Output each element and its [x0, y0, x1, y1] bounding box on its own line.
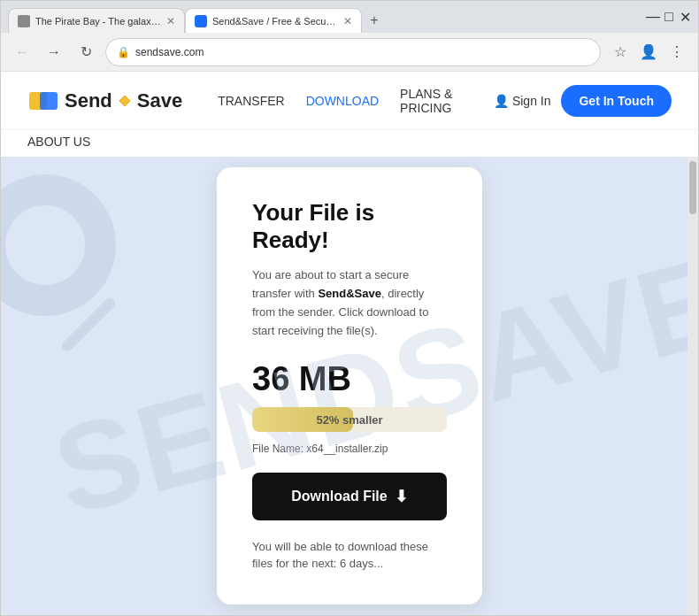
file-size: 36 MB — [252, 360, 447, 398]
logo-send: Send — [65, 89, 112, 112]
browser-toolbar: ← → ↻ 🔒 sendsave.com ☆ 👤 ⋮ — [1, 33, 698, 72]
window-controls: — □ ✕ — [647, 11, 691, 23]
card-title: Your File is Ready! — [252, 199, 447, 254]
progress-bar-container: 52% smaller — [252, 407, 447, 432]
menu-button[interactable]: ⋮ — [664, 40, 689, 65]
card-description: You are about to start a secure transfer… — [252, 266, 447, 340]
tab-sendsave[interactable]: Send&Save / Free & Secure Fi... ✕ — [185, 8, 362, 33]
sign-in-button[interactable]: 👤 Sign In — [494, 94, 551, 108]
content-area: SENDSAVE Your File is Ready! You are abo… — [1, 157, 698, 615]
browser-scrollbar[interactable] — [687, 157, 698, 615]
user-icon: 👤 — [494, 94, 509, 108]
tab-bar: The Pirate Bay - The galaxy's m... ✕ Sen… — [8, 1, 387, 33]
address-bar[interactable]: 🔒 sendsave.com — [105, 38, 601, 66]
nav-link-download[interactable]: DOWNLOAD — [306, 90, 379, 112]
brand-name: Send&Save — [318, 287, 381, 300]
nav-link-about[interactable]: ABOUT US — [27, 131, 90, 152]
maximize-button[interactable]: □ — [663, 11, 675, 23]
nav-links: TRANSFER DOWNLOAD PLANS & PRICING — [218, 83, 467, 119]
tab-label-1: The Pirate Bay - The galaxy's m... — [35, 16, 161, 27]
lock-icon: 🔒 — [117, 46, 130, 58]
browser-titlebar: The Pirate Bay - The galaxy's m... ✕ Sen… — [1, 1, 698, 33]
logo[interactable]: Send Save — [27, 85, 182, 117]
progress-label: 52% smaller — [316, 412, 382, 426]
download-card: Your File is Ready! You are about to sta… — [217, 167, 482, 604]
navbar-row2: ABOUT US — [1, 129, 698, 157]
tab-close-1[interactable]: ✕ — [166, 15, 175, 27]
profile-button[interactable]: 👤 — [636, 40, 661, 65]
sign-in-label: Sign In — [512, 94, 551, 108]
tab-favicon-2 — [195, 15, 207, 27]
tab-label-2: Send&Save / Free & Secure Fi... — [212, 16, 338, 27]
scrollbar-thumb[interactable] — [689, 161, 696, 214]
nav-right: 👤 Sign In Get In Touch — [494, 85, 672, 117]
file-name: File Name: x64__installer.zip — [252, 443, 447, 455]
address-text: sendsave.com — [135, 46, 589, 58]
nav-link-plans[interactable]: PLANS & PRICING — [400, 83, 467, 119]
toolbar-actions: ☆ 👤 ⋮ — [608, 40, 689, 65]
logo-save: Save — [137, 89, 182, 112]
new-tab-button[interactable]: + — [362, 8, 387, 33]
tab-close-2[interactable]: ✕ — [343, 15, 352, 27]
nav-link-transfer[interactable]: TRANSFER — [218, 90, 284, 112]
bookmark-button[interactable]: ☆ — [608, 40, 633, 65]
reload-button[interactable]: ↻ — [73, 40, 98, 65]
tab-piratebay[interactable]: The Pirate Bay - The galaxy's m... ✕ — [8, 8, 185, 33]
back-button[interactable]: ← — [10, 40, 35, 65]
download-button-label: Download File — [291, 489, 387, 504]
file-name-value: x64__installer.zip — [306, 443, 388, 455]
minimize-button[interactable]: — — [647, 11, 659, 23]
expiry-text: You will be able to download these files… — [252, 538, 447, 573]
download-button[interactable]: Download File ⬇ — [252, 473, 447, 520]
svg-rect-1 — [40, 92, 58, 110]
forward-button[interactable]: → — [42, 40, 66, 65]
browser-frame: The Pirate Bay - The galaxy's m... ✕ Sen… — [0, 0, 699, 616]
logo-icon — [27, 85, 59, 117]
file-name-label: File Name: — [252, 443, 303, 455]
get-in-touch-button[interactable]: Get In Touch — [561, 85, 672, 117]
close-button[interactable]: ✕ — [679, 11, 691, 23]
magnifier-watermark-left — [1, 174, 116, 316]
tab-favicon-1 — [18, 15, 30, 27]
download-icon: ⬇ — [395, 487, 408, 506]
site-wrapper: Send Save TRANSFER DOWNLOAD PLANS & PRIC… — [1, 72, 698, 615]
site-navbar: Send Save TRANSFER DOWNLOAD PLANS & PRIC… — [1, 72, 698, 129]
